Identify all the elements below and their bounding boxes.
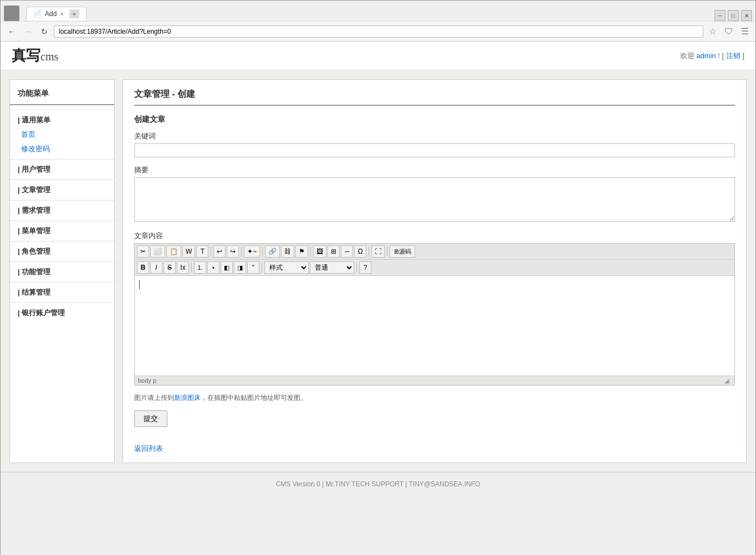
- sidebar-settle-section: | 结算管理: [10, 282, 114, 302]
- tb-copy[interactable]: ⬜: [150, 245, 165, 258]
- shield-button[interactable]: 🛡: [722, 25, 735, 38]
- editor-resize-handle[interactable]: ◢: [724, 377, 731, 384]
- sidebar-article-header[interactable]: | 文章管理: [10, 183, 114, 197]
- tb-align-right[interactable]: ◨: [234, 261, 246, 274]
- username-link[interactable]: admin: [696, 52, 716, 60]
- menu-button[interactable]: ☰: [739, 25, 751, 38]
- tb-anchor[interactable]: ⚑: [295, 245, 308, 258]
- summary-textarea[interactable]: [134, 177, 735, 222]
- tab-title: Add: [45, 10, 57, 18]
- tb-hr[interactable]: ─: [341, 245, 353, 258]
- sidebar-settle-header[interactable]: | 结算管理: [10, 285, 114, 300]
- sidebar-item-changepwd[interactable]: 修改密码: [10, 142, 114, 156]
- content-area: 文章管理 - 创建 创建文章 关键词 摘要 文章内容: [122, 79, 747, 463]
- sidebar-user-section: | 用户管理: [10, 159, 114, 179]
- forward-button[interactable]: →: [22, 26, 35, 37]
- sidebar-demand-header[interactable]: | 需求管理: [10, 203, 114, 218]
- tb-unlink[interactable]: ⛓: [281, 245, 294, 258]
- back-button[interactable]: ←: [5, 26, 18, 37]
- editor-cursor: [139, 280, 140, 289]
- editor-toolbar-row2: B I S Ix 1. • ◧ ◨ " 样式: [135, 260, 734, 276]
- separator2: ]: [742, 52, 744, 60]
- tb-sep5: [369, 246, 369, 256]
- article-content-group: 文章内容 ✂ ⬜ 📋 W T ↩ ↪: [134, 231, 735, 386]
- tb-fullscreen[interactable]: ⛶: [371, 245, 385, 258]
- editor-toolbar-row1: ✂ ⬜ 📋 W T ↩ ↪ ✦~ 🔗 ⛓: [135, 244, 734, 260]
- sidebar-role-section: | 角色管理: [10, 241, 114, 261]
- image-link[interactable]: 新浪图床: [174, 394, 201, 402]
- tb-italic[interactable]: I: [150, 261, 162, 274]
- tb-format-btn[interactable]: ✦~: [244, 245, 260, 258]
- tb-undo[interactable]: ↩: [213, 245, 226, 258]
- user-icon: [4, 6, 19, 21]
- tb-bold[interactable]: B: [137, 261, 149, 274]
- back-link-area: 返回列表: [134, 444, 735, 454]
- bookmark-button[interactable]: ☆: [707, 25, 719, 38]
- form-section-title: 创建文章: [134, 115, 735, 125]
- reload-button[interactable]: ↻: [38, 26, 50, 37]
- sidebar-menu-section: | 菜单管理: [10, 220, 114, 241]
- address-bar[interactable]: [54, 25, 703, 38]
- tb-align-left[interactable]: ◧: [221, 261, 233, 274]
- summary-label: 摘要: [134, 165, 735, 175]
- keyword-input[interactable]: [134, 143, 735, 157]
- sidebar-demand-section: | 需求管理: [10, 200, 114, 220]
- tb-strikethrough[interactable]: S: [164, 261, 176, 274]
- site-header: 真写cms 欢迎 admin ! [ 注销 ]: [1, 42, 755, 70]
- site-footer: CMS Version 0 | Mr.TINY TECH SUPPORT | T…: [1, 472, 755, 496]
- tb-source[interactable]: 🖹 源码: [390, 245, 415, 258]
- new-tab-btn[interactable]: +: [69, 9, 79, 18]
- tb-ol[interactable]: 1.: [194, 261, 206, 274]
- main-layout: 功能菜单 | 通用菜单 首页 修改密码 | 用户管理 | 文章管理 | 需求管理…: [1, 70, 755, 472]
- tb-style-select[interactable]: 样式: [264, 261, 309, 274]
- tb-sep6: [387, 246, 387, 256]
- sidebar-title: 功能菜单: [10, 85, 114, 105]
- welcome-text: 欢迎: [680, 52, 694, 60]
- sidebar-role-header[interactable]: | 角色管理: [10, 244, 114, 259]
- browser-titlebar: 📄 Add × + ─ □ ✕: [1, 1, 755, 22]
- back-link[interactable]: 返回列表: [134, 444, 163, 453]
- tb-special-char[interactable]: Ω: [354, 245, 366, 258]
- tb-image[interactable]: 🖼: [313, 245, 326, 258]
- editor-body[interactable]: [135, 276, 734, 376]
- sidebar: 功能菜单 | 通用菜单 首页 修改密码 | 用户管理 | 文章管理 | 需求管理…: [9, 79, 115, 463]
- sidebar-func-header[interactable]: | 功能管理: [10, 265, 114, 279]
- tb-format-select[interactable]: 普通: [310, 261, 354, 274]
- editor-wrapper: ✂ ⬜ 📋 W T ↩ ↪ ✦~ 🔗 ⛓: [134, 243, 735, 386]
- tb-help[interactable]: ?: [359, 261, 371, 274]
- browser-nav-bar: ← → ↻ ☆ 🛡 ☰: [1, 22, 755, 42]
- tab-close-button[interactable]: ×: [60, 11, 63, 17]
- close-button[interactable]: ✕: [741, 10, 752, 21]
- sidebar-user-header[interactable]: | 用户管理: [10, 162, 114, 177]
- tb-sep3: [262, 246, 263, 256]
- sidebar-func-section: | 功能管理: [10, 261, 114, 282]
- minimize-button[interactable]: ─: [714, 10, 726, 21]
- page-title: 文章管理 - 创建: [134, 89, 735, 106]
- sidebar-item-home[interactable]: 首页: [10, 127, 114, 142]
- tb-paste-text[interactable]: T: [196, 245, 208, 258]
- tb-table[interactable]: ⊞: [328, 245, 340, 258]
- editor-statusbar: body p ◢: [135, 376, 734, 385]
- tb-clear-format[interactable]: Ix: [177, 261, 189, 274]
- tb-cut[interactable]: ✂: [137, 245, 149, 258]
- sidebar-bank-header[interactable]: | 银行账户管理: [10, 306, 114, 320]
- tb-ul[interactable]: •: [207, 261, 219, 274]
- sidebar-menu-header[interactable]: | 菜单管理: [10, 224, 114, 238]
- logout-link[interactable]: 注销: [726, 52, 740, 60]
- sidebar-general-section: | 通用菜单 首页 修改密码: [10, 110, 114, 159]
- tb-link[interactable]: 🔗: [265, 245, 280, 258]
- separator1: ! [: [718, 52, 724, 60]
- tb-sep9: [356, 263, 357, 273]
- image-note: 图片请上传到新浪图床，在插图中粘贴图片地址即可发图。: [134, 393, 735, 403]
- submit-button[interactable]: 提交: [134, 410, 167, 427]
- maximize-button[interactable]: □: [728, 10, 739, 21]
- tb-sep4: [310, 246, 311, 256]
- tb-redo[interactable]: ↪: [227, 245, 239, 258]
- tb-sep1: [211, 246, 211, 256]
- tb-paste-word[interactable]: W: [182, 245, 195, 258]
- tb-blockquote[interactable]: ": [247, 261, 259, 274]
- summary-group: 摘要: [134, 165, 735, 223]
- browser-tab[interactable]: 📄 Add × +: [26, 7, 86, 20]
- tb-sep8: [262, 263, 262, 273]
- tb-paste-plain[interactable]: 📋: [166, 245, 181, 258]
